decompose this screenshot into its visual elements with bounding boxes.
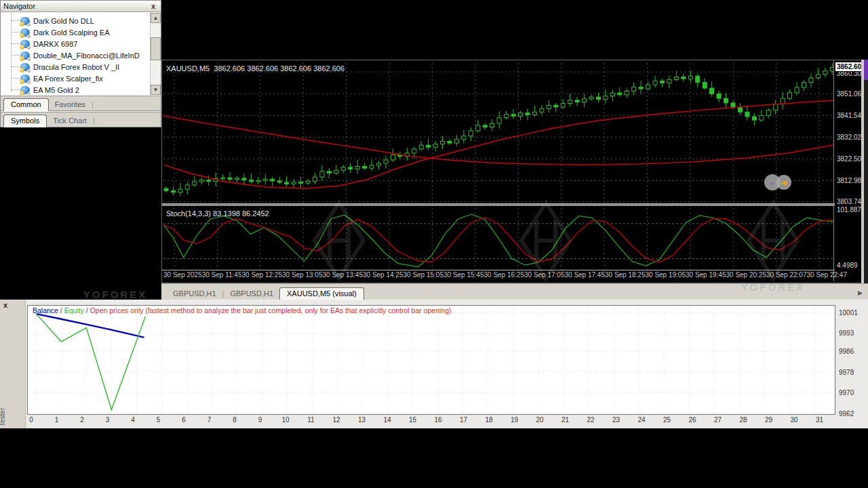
tester-x-label: 6 [182, 416, 186, 424]
ea-label: Double_MA_Fibonacci@LifeInD [33, 52, 140, 60]
ohlc-low: 3862.606 [280, 64, 311, 73]
indicator-splitter[interactable] [162, 203, 835, 206]
legend-separator: / [58, 306, 64, 314]
tester-chart[interactable] [27, 305, 835, 415]
tester-y-label: 9978 [839, 369, 854, 376]
tester-x-label: 17 [460, 416, 467, 424]
tester-x-label: 1 [55, 416, 59, 424]
ea-label: Dracula Forex Robot V _II [33, 63, 119, 71]
tester-x-label: 26 [688, 416, 696, 424]
scrollbar-thumb[interactable] [151, 37, 161, 60]
tester-x-label: 15 [409, 416, 416, 424]
navigator-item-ea[interactable]: Dark Gold Scalping EA [1, 26, 149, 38]
tester-y-label: 10001 [839, 309, 858, 317]
tester-y-label: 9993 [839, 329, 854, 337]
navigator-item-ea[interactable]: EA Forex Scalper_fix [1, 73, 149, 84]
tester-x-label: 12 [332, 416, 340, 424]
tester-x-label: 28 [739, 416, 747, 424]
expert-advisor-icon [20, 52, 30, 60]
ea-label: EA Forex Scalper_fix [33, 75, 103, 83]
time-axis-label: 30 Sep 15:45 [443, 271, 484, 281]
tester-x-label: 20 [536, 416, 543, 424]
navigator-tabs: Common Favorites | [1, 96, 161, 110]
tester-x-label: 16 [434, 416, 441, 424]
tester-panel: x Tester Balance / Equity / Open prices … [0, 300, 868, 428]
navigator-item-ea[interactable]: Double_MA_Fibonacci@LifeInD [1, 49, 149, 61]
tester-x-label: 14 [383, 416, 391, 424]
navigator-item-ea[interactable]: Dark Gold No DLL [1, 15, 149, 26]
time-axis-label: 30 Sep 14:25 [363, 271, 403, 281]
ohlc-open: 3862.606 [214, 64, 245, 73]
time-axis[interactable]: 30 Sep 202530 Sep 11:4530 Sep 12:2530 Se… [163, 271, 833, 281]
tester-x-label: 9 [258, 416, 262, 424]
tab-gbpusd-h1-2[interactable]: GBPUSD,H1 [224, 287, 279, 300]
tester-legend: Balance / Equity / Open prices only (fas… [33, 306, 452, 314]
tab-favorites[interactable]: Favorites [49, 98, 92, 110]
arrow-left-icon: ← [768, 178, 776, 187]
legend-note: Open prices only (fastest method to anal… [90, 306, 452, 314]
tester-x-label: 11 [307, 416, 314, 424]
navigator-item-ea[interactable]: DARKX 6987 [1, 38, 149, 49]
stoch-signal-value: 86.2452 [242, 209, 269, 218]
time-axis-label: 30 Sep 17:05 [524, 271, 565, 281]
time-axis-label: 30 Sep 13:45 [322, 271, 363, 281]
scroll-up-icon[interactable]: ▲ [151, 13, 161, 23]
tester-x-label: 3 [106, 416, 110, 424]
time-axis-label: 30 Sep 19:05 [645, 271, 686, 281]
navigator-item-ea[interactable]: EA M5 Gold 2 [1, 84, 149, 95]
navigator-item-ea[interactable]: Dracula Forex Robot V _II [1, 61, 149, 73]
time-axis-label: 30 Sep 15:05 [403, 271, 443, 281]
legend-equity: Equity [64, 306, 84, 314]
tester-x-label: 21 [561, 416, 569, 424]
expert-advisor-icon [20, 86, 30, 94]
expert-advisor-icon [20, 17, 30, 25]
tab-gbpusd-h1-1[interactable]: GBPUSD,H1 [167, 287, 222, 300]
time-axis-label: 30 Sep 22:07 [766, 271, 807, 281]
close-icon[interactable]: x [3, 301, 7, 309]
tab-common[interactable]: Common [3, 98, 49, 111]
chart-tab-bar: GBPUSD,H1 | GBPUSD,H1 XAUUSD,M5 (visual)… [161, 283, 868, 300]
tab-symbols[interactable]: Symbols [3, 115, 47, 127]
bottom-black-bar [0, 428, 868, 488]
tester-x-label: 27 [714, 416, 722, 424]
navigator-scrollbar[interactable]: ▲ ▼ [150, 13, 161, 95]
tester-y-label: 9970 [839, 389, 854, 396]
tester-x-label: 22 [587, 416, 594, 424]
tester-x-label: 30 [790, 416, 797, 424]
legend-balance: Balance [33, 306, 58, 314]
time-axis-label: 30 Sep 12:25 [241, 271, 282, 281]
cursor-circle: ◀ [776, 175, 791, 190]
tab-xauusd-m5-visual[interactable]: XAUUSD,M5 (visual) [279, 287, 364, 300]
axis-splitter [162, 270, 835, 270]
candlestick-chart[interactable] [163, 63, 833, 203]
tester-x-label: 23 [612, 416, 620, 424]
expert-advisor-icon [20, 63, 30, 71]
time-axis-label: 30 Sep 2025 [163, 271, 202, 281]
tester-x-label: 24 [637, 416, 645, 424]
tab-separator: | [92, 98, 94, 110]
tab-tick-chart[interactable]: Tick Chart [47, 115, 93, 127]
time-axis-label: 30 Sep 17:45 [564, 271, 605, 281]
close-icon[interactable]: x [149, 3, 158, 10]
triangle-left-icon: ◀ [781, 178, 787, 187]
stoch-name: Stoch(14,3,3) [166, 209, 211, 218]
navigator-title: Navigator [3, 2, 35, 10]
time-axis-label: 30 Sep 19:45 [686, 271, 726, 281]
ea-label: Dark Gold No DLL [33, 17, 94, 25]
expert-advisor-icon [20, 40, 30, 48]
legend-separator: / [84, 306, 90, 314]
tab-scroll-right-icon[interactable]: ▶ [858, 289, 863, 296]
desktop-accent-strip [864, 60, 868, 80]
chart-window: XAUUSD,M5 3862.606 3862.606 3862.606 386… [161, 60, 863, 283]
time-axis-label: 30 Sep 16:25 [484, 271, 524, 281]
navigator-titlebar[interactable]: Navigator x [1, 1, 161, 12]
tester-vertical-label: Tester [0, 408, 6, 426]
tester-x-label: 5 [157, 416, 161, 424]
tab-separator: | [93, 115, 95, 127]
stoch-main-value: 83.1398 [213, 209, 240, 218]
tester-x-label: 4 [131, 416, 135, 424]
mt4-terminal: Market Watch: 11:59:27 x Symbol Bid Ask … [0, 0, 868, 488]
window-shadow-strip [864, 80, 868, 283]
tester-x-label: 0 [29, 416, 33, 424]
scroll-down-icon[interactable]: ▼ [151, 85, 161, 95]
